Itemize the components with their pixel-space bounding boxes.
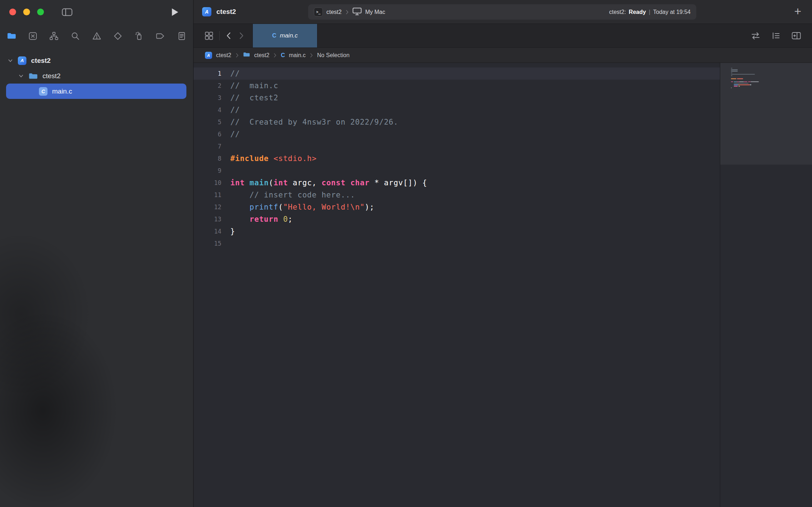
- xcode-project-icon: A: [205, 52, 212, 59]
- code-line[interactable]: 6//: [194, 128, 720, 140]
- destination-name[interactable]: My Mac: [365, 9, 385, 15]
- minimize-button[interactable]: [23, 9, 30, 15]
- chevron-right-icon: [235, 52, 239, 58]
- line-number[interactable]: 8: [194, 152, 221, 165]
- code-line[interactable]: 1//: [194, 67, 720, 80]
- project-navigator-icon[interactable]: [5, 30, 18, 42]
- minimap-toggle-icon[interactable]: [771, 31, 781, 40]
- minimap-segment: [731, 74, 755, 75]
- minimap-segment: [734, 86, 738, 86]
- code-line[interactable]: 11 // insert code here...: [194, 189, 720, 201]
- code-text: //: [230, 67, 240, 80]
- minimap-segment: [737, 78, 743, 79]
- zoom-button[interactable]: [37, 9, 44, 15]
- code-line[interactable]: 13 return 0;: [194, 213, 720, 225]
- folder-icon: [243, 52, 250, 59]
- disclosure-chevron-icon[interactable]: [8, 59, 13, 63]
- line-number[interactable]: 2: [194, 80, 221, 92]
- code-text: printf("Hello, World!\n");: [230, 201, 374, 213]
- divider: [219, 31, 220, 40]
- code-line[interactable]: 5// Created by 4nsw3r on 2022/9/26.: [194, 116, 720, 128]
- main-content: A ctest2 >_ ctest2 My Mac ctest2: Ready: [194, 0, 812, 507]
- line-number[interactable]: 9: [194, 165, 221, 177]
- line-number[interactable]: 15: [194, 237, 221, 250]
- run-button[interactable]: [171, 7, 179, 17]
- chevron-right-icon: [310, 52, 313, 58]
- xcode-project-icon: A: [202, 7, 211, 16]
- tree-item-project[interactable]: A ctest2: [0, 53, 193, 68]
- issue-navigator-icon[interactable]: [90, 30, 103, 42]
- jumpbar-selection[interactable]: No Selection: [317, 52, 350, 59]
- tree-item-group[interactable]: ctest2: [0, 68, 193, 84]
- editor-area: 1//2// main.c3// ctest24//5// Created by…: [194, 63, 812, 507]
- library-add-icon[interactable]: +: [794, 5, 801, 17]
- line-number[interactable]: 12: [194, 201, 221, 213]
- line-number[interactable]: 6: [194, 128, 221, 140]
- line-number[interactable]: 4: [194, 104, 221, 116]
- add-editor-icon[interactable]: [791, 31, 801, 40]
- debug-navigator-icon[interactable]: [133, 30, 146, 42]
- minimap-segment: [748, 81, 751, 82]
- minimap-segment: [731, 71, 738, 71]
- code-text: // Created by 4nsw3r on 2022/9/26.: [230, 116, 399, 128]
- minimap-segment: [734, 81, 737, 82]
- scheme-selector[interactable]: >_ ctest2 My Mac: [314, 7, 385, 17]
- line-number[interactable]: 7: [194, 140, 221, 152]
- line-number[interactable]: 14: [194, 225, 221, 237]
- minimap-segment: [731, 72, 732, 73]
- line-number[interactable]: 3: [194, 92, 221, 104]
- code-line[interactable]: 15: [194, 237, 720, 250]
- status-time: Today at 19:54: [653, 9, 691, 15]
- source-control-navigator-icon[interactable]: [26, 30, 39, 42]
- code-line[interactable]: 4//: [194, 104, 720, 116]
- line-number[interactable]: 1: [194, 67, 221, 80]
- report-navigator-icon[interactable]: [175, 30, 188, 42]
- minimap-segment: [750, 84, 751, 85]
- tree-item-file-selected[interactable]: C main.c: [6, 84, 186, 99]
- minimap[interactable]: [720, 63, 812, 507]
- code-line[interactable]: 14}: [194, 225, 720, 237]
- sidebar-titlebar: [0, 0, 193, 24]
- find-navigator-icon[interactable]: [69, 30, 82, 42]
- jumpbar-project[interactable]: ctest2: [216, 52, 231, 59]
- terminal-glyph: >_: [316, 10, 320, 14]
- breakpoint-navigator-icon[interactable]: [154, 30, 167, 42]
- jumpbar-group[interactable]: ctest2: [254, 52, 270, 59]
- code-line[interactable]: 7: [194, 140, 720, 152]
- disclosure-chevron-icon[interactable]: [19, 74, 24, 78]
- related-items-icon[interactable]: [204, 31, 214, 40]
- close-button[interactable]: [9, 9, 16, 15]
- project-icon-glyph: A: [20, 58, 24, 63]
- line-number[interactable]: 11: [194, 189, 221, 201]
- code-line[interactable]: 8#include <stdio.h>: [194, 152, 720, 165]
- navigator-sidebar: A ctest2 ctest2 C main.c: [0, 0, 194, 507]
- chevron-right-icon: [273, 52, 277, 58]
- line-number[interactable]: 5: [194, 116, 221, 128]
- toggle-sidebar-icon[interactable]: [62, 8, 72, 16]
- back-icon[interactable]: [225, 31, 232, 40]
- jumpbar-file[interactable]: main.c: [289, 52, 306, 59]
- code-text: int main(int argc, const char * argv[]) …: [230, 177, 427, 189]
- chevron-right-icon: [345, 9, 349, 15]
- navigator-tab-bar: [0, 24, 193, 48]
- line-number[interactable]: 10: [194, 177, 221, 189]
- code-text: // ctest2: [230, 92, 278, 104]
- code-line[interactable]: 10int main(int argc, const char * argv[]…: [194, 177, 720, 189]
- code-line[interactable]: 3// ctest2: [194, 92, 720, 104]
- test-navigator-icon[interactable]: [111, 30, 124, 42]
- line-number[interactable]: 13: [194, 213, 221, 225]
- tree-item-label: main.c: [52, 87, 72, 95]
- code-line[interactable]: 12 printf("Hello, World!\n");: [194, 201, 720, 213]
- editor-options: [751, 31, 812, 40]
- code-line[interactable]: 9: [194, 165, 720, 177]
- code-line[interactable]: 2// main.c: [194, 80, 720, 92]
- activity-view: >_ ctest2 My Mac ctest2: Ready | Today a…: [308, 4, 696, 20]
- source-editor[interactable]: 1//2// main.c3// ctest24//5// Created by…: [194, 63, 720, 507]
- symbol-navigator-icon[interactable]: [47, 30, 60, 42]
- tab-main-c[interactable]: C main.c: [252, 24, 317, 47]
- terminal-icon: >_: [314, 7, 323, 16]
- scheme-name[interactable]: ctest2: [326, 9, 342, 15]
- minimap-segment: [737, 81, 739, 82]
- editor-arrangement-icon[interactable]: [751, 31, 761, 40]
- forward-icon[interactable]: [238, 31, 245, 40]
